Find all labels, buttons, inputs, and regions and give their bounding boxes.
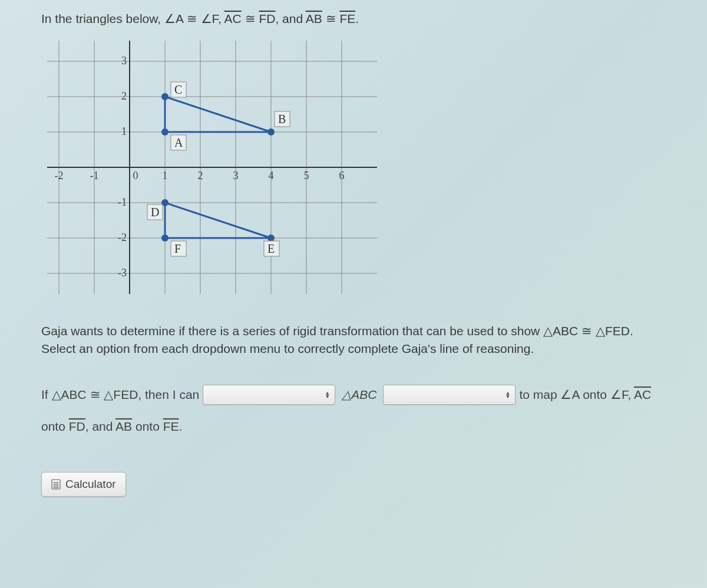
segment-ac: AC xyxy=(224,12,242,25)
segment-ab: AB xyxy=(306,12,322,25)
coordinate-graph: -2 -1 0 1 2 3 4 5 6 3 2 1 -1 -2 -3 xyxy=(47,41,377,294)
angle-a: ∠A xyxy=(164,12,183,25)
point-label-d: D xyxy=(151,206,159,219)
point-label-a: A xyxy=(174,136,183,149)
point-label-b: B xyxy=(278,113,286,125)
ytick-3: 3 xyxy=(121,55,127,67)
instruction-text: Gaja wants to determine if there is a se… xyxy=(41,322,666,358)
instruction-line-2: Select an option from each dropdown menu… xyxy=(41,342,534,355)
xtick-neg2: -2 xyxy=(55,170,64,181)
dropdown-2[interactable]: ▲▼ xyxy=(383,385,516,405)
stepper-icon: ▲▼ xyxy=(325,391,330,398)
xtick-5: 5 xyxy=(304,170,309,181)
dropdown-1[interactable]: ▲▼ xyxy=(203,385,335,405)
segment-fe: FE xyxy=(339,12,355,25)
svg-point-21 xyxy=(267,128,275,136)
calculator-button[interactable]: Calculator xyxy=(41,472,126,497)
ytick-1: 1 xyxy=(121,125,127,137)
svg-point-25 xyxy=(267,234,275,242)
instruction-line-1: Gaja wants to determine if there is a se… xyxy=(41,324,633,338)
xtick-4: 4 xyxy=(269,170,274,181)
xtick-2: 2 xyxy=(198,170,203,181)
point-label-c: C xyxy=(174,83,182,96)
sentence-part-3: onto FD, and AB onto FE. xyxy=(41,419,182,434)
xtick-0: 0 xyxy=(133,170,138,181)
sentence-part-1: If △ABC ≅ △FED, then I can xyxy=(41,388,199,402)
completion-sentence-row-1: If △ABC ≅ △FED, then I can ▲▼ △ABC ▲▼ to… xyxy=(41,385,666,405)
ytick-neg1: -1 xyxy=(118,196,127,208)
calculator-label: Calculator xyxy=(65,478,116,491)
ytick-neg3: -3 xyxy=(118,267,127,279)
xtick-3: 3 xyxy=(233,170,239,181)
sentence-tail: to map ∠A onto ∠F, AC xyxy=(519,388,651,402)
ytick-neg2: -2 xyxy=(118,232,127,243)
xtick-1: 1 xyxy=(163,170,168,181)
ytick-2: 2 xyxy=(121,90,127,102)
svg-rect-32 xyxy=(52,480,60,489)
completion-sentence-row-2: onto FD, and AB onto FE. xyxy=(41,419,666,434)
svg-point-20 xyxy=(161,93,169,100)
angle-f: ∠F xyxy=(201,12,219,25)
xtick-6: 6 xyxy=(339,170,345,181)
calculator-icon xyxy=(51,479,61,490)
svg-point-23 xyxy=(161,234,169,242)
point-label-e: E xyxy=(267,242,275,255)
svg-point-19 xyxy=(161,128,169,136)
svg-marker-18 xyxy=(165,97,271,132)
svg-marker-22 xyxy=(165,203,271,238)
stepper-icon: ▲▼ xyxy=(506,391,511,398)
point-label-f: F xyxy=(174,242,181,255)
sentence-middle: △ABC xyxy=(342,388,376,402)
segment-fd: FD xyxy=(259,12,275,25)
xtick-neg1: -1 xyxy=(90,170,99,181)
problem-statement: In the triangles below, ∠A ≅ ∠F, AC ≅ FD… xyxy=(41,12,666,26)
intro-prefix: In the triangles below, xyxy=(41,12,164,25)
